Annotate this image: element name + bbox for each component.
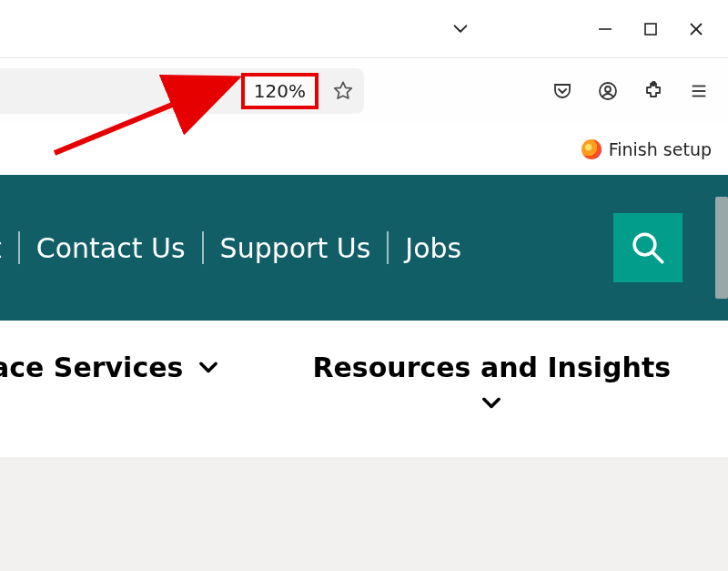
- nav-link-contact[interactable]: Contact Us: [36, 232, 186, 264]
- nav-separator: [387, 231, 389, 264]
- bookmark-button[interactable]: [328, 76, 359, 107]
- menu-icon: [689, 81, 709, 101]
- zoom-level-indicator[interactable]: 120%: [241, 73, 318, 109]
- svg-rect-1: [645, 24, 656, 35]
- nav-link-partial[interactable]: t: [0, 232, 2, 264]
- minimize-button[interactable]: [582, 13, 628, 46]
- maximize-button[interactable]: [628, 13, 673, 46]
- zoom-level-text: 120%: [254, 80, 306, 102]
- subnav-label: Resources and Insights: [312, 352, 671, 383]
- address-bar-region[interactable]: 120%: [0, 68, 364, 114]
- minimize-icon: [596, 20, 614, 38]
- maximize-icon: [642, 21, 659, 37]
- close-button[interactable]: [673, 13, 719, 46]
- site-search-button[interactable]: [613, 213, 682, 282]
- subnav-item-services[interactable]: ace Services: [0, 352, 221, 383]
- nav-separator: [18, 231, 20, 264]
- account-icon: [597, 80, 619, 102]
- site-primary-nav: t Contact Us Support Us Jobs: [0, 175, 728, 321]
- finish-setup-link[interactable]: Finish setup: [609, 139, 712, 159]
- site-sub-nav: ace Services Resources and Insights: [0, 321, 728, 457]
- nav-link-jobs[interactable]: Jobs: [405, 232, 461, 264]
- chevron-down-icon: [196, 355, 221, 381]
- chevron-down-icon: [479, 391, 504, 416]
- toolbar-right: [364, 78, 728, 104]
- pocket-button[interactable]: [550, 78, 575, 104]
- page-footer-band: [0, 457, 728, 571]
- subnav-label: ace Services: [0, 352, 183, 383]
- pocket-icon: [551, 80, 573, 102]
- chevron-down-icon: [450, 19, 470, 39]
- account-button[interactable]: [595, 78, 621, 104]
- tab-list-dropdown[interactable]: [448, 16, 473, 42]
- window-titlebar: [0, 0, 728, 58]
- extensions-button[interactable]: [641, 78, 666, 104]
- extensions-icon: [642, 80, 664, 102]
- page-scrollbar[interactable]: [715, 197, 728, 299]
- star-icon: [331, 79, 355, 103]
- svg-line-12: [652, 252, 662, 262]
- app-menu-button[interactable]: [686, 78, 712, 104]
- close-icon: [687, 20, 705, 38]
- setup-prompt-row: Finish setup: [0, 124, 728, 175]
- browser-toolbar: 120%: [0, 58, 728, 124]
- firefox-icon: [581, 139, 602, 159]
- search-icon: [629, 229, 667, 267]
- subnav-item-resources[interactable]: Resources and Insights: [312, 352, 671, 416]
- svg-point-5: [605, 87, 611, 92]
- nav-link-support[interactable]: Support Us: [220, 232, 371, 264]
- nav-separator: [202, 231, 204, 264]
